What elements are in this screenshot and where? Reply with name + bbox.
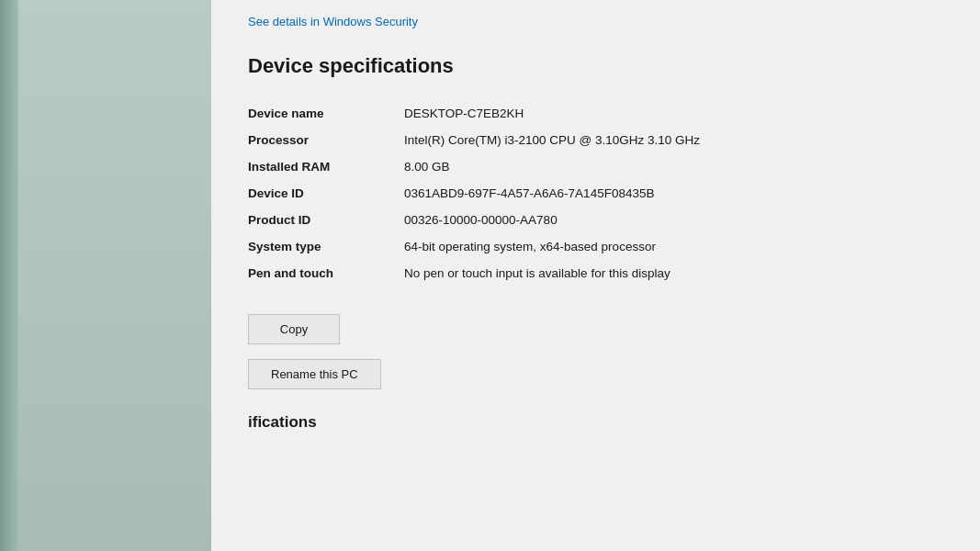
spec-row: Device nameDESKTOP-C7EB2KH	[248, 100, 943, 127]
spec-row: Installed RAM8.00 GB	[248, 153, 943, 180]
spec-label: Device name	[248, 100, 395, 127]
spec-label: Product ID	[248, 207, 395, 233]
spec-row: Pen and touchNo pen or touch input is av…	[248, 260, 943, 287]
spec-value: No pen or touch input is available for t…	[395, 260, 943, 287]
buttons-section: Copy Rename this PC	[248, 314, 943, 404]
spec-value: DESKTOP-C7EB2KH	[395, 100, 943, 127]
spec-row: ProcessorIntel(R) Core(TM) i3-2100 CPU @…	[248, 127, 943, 153]
sidebar-edge	[0, 0, 18, 551]
spec-label: Processor	[248, 127, 395, 153]
section-title: Device specifications	[248, 54, 943, 78]
sidebar	[18, 0, 211, 551]
spec-value: Intel(R) Core(TM) i3-2100 CPU @ 3.10GHz …	[395, 127, 943, 153]
spec-value: 00326-10000-00000-AA780	[395, 207, 943, 233]
spec-row: Device ID0361ABD9-697F-4A57-A6A6-7A145F0…	[248, 180, 943, 207]
spec-row: System type64-bit operating system, x64-…	[248, 233, 943, 260]
main-content: See details in Windows Security Device s…	[211, 0, 980, 551]
spec-label: Pen and touch	[248, 260, 395, 287]
spec-value: 8.00 GB	[395, 153, 943, 180]
spec-value: 0361ABD9-697F-4A57-A6A6-7A145F08435B	[395, 180, 943, 207]
spec-label: System type	[248, 233, 395, 260]
spec-value: 64-bit operating system, x64-based proce…	[395, 233, 943, 260]
spec-row: Product ID00326-10000-00000-AA780	[248, 207, 943, 233]
windows-security-link[interactable]: See details in Windows Security	[248, 0, 943, 54]
spec-table: Device nameDESKTOP-C7EB2KHProcessorIntel…	[248, 100, 943, 287]
rename-pc-button[interactable]: Rename this PC	[248, 359, 381, 389]
bottom-text: ifications	[248, 413, 943, 432]
spec-label: Device ID	[248, 180, 395, 207]
spec-label: Installed RAM	[248, 153, 395, 180]
copy-button[interactable]: Copy	[248, 314, 340, 344]
